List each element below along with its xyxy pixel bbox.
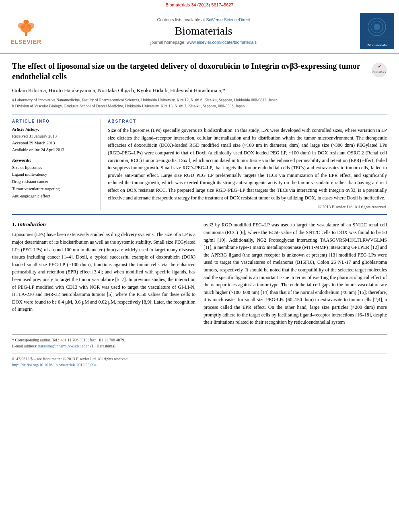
corresponding-author: * Corresponding author. Tel.: +81 11 706… [12,337,387,343]
affiliation-a: a Laboratory of Innovative Nanomedicine,… [12,97,387,103]
journal-cover-area: Biomaterials [355,9,399,53]
cover-title: Biomaterials [367,43,387,47]
journal-citation-banner: Biomaterials 34 (2013) 5617–5627 [0,0,399,9]
intro-right-col: αvβ3 by RGD modified PEG–LP was used to … [204,221,387,328]
intro-heading: 1. Introduction [12,221,195,228]
article-info-col: ARTICLE INFO Article history: Received 3… [12,119,101,210]
email-line: E-mail address: harasima@pharm.hokudai.a… [12,343,387,349]
keyword-3: Drug-resistant cancer [12,178,94,185]
citation-text: Biomaterials 34 (2013) 5617–5627 [166,2,234,7]
journal-cover-image: Biomaterials [360,13,394,49]
intro-right-text: αvβ3 by RGD modified PEG–LP was used to … [204,221,387,326]
svg-point-8 [374,24,380,30]
email-link[interactable]: harasima@pharm.hokudai.ac.jp [38,344,89,348]
online-date: Available online 24 April 2013 [12,147,94,154]
sciverse-link[interactable]: SciVerse ScienceDirect [206,17,250,22]
article-history-block: Article history: Received 31 January 201… [12,127,94,153]
article-info-label: ARTICLE INFO [12,119,94,123]
footnotes-section: * Corresponding author. Tel.: +81 11 706… [12,334,387,368]
authors-line: Golam Kibria a, Hiroto Hatakeyama a, Nor… [12,86,387,94]
keyword-2: Ligand multivalency [12,171,94,178]
introduction-two-col: 1. Introduction Liposomes (LPs) have bee… [12,221,387,328]
introduction-section: 1. Introduction Liposomes (LPs) have bee… [12,221,387,328]
journal-title-area: Contents lists available at SciVerse Sci… [52,9,355,53]
article-info-abstract-section: ARTICLE INFO Article history: Received 3… [12,115,387,215]
journal-homepage-line: journal homepage: www.elsevier.com/locat… [150,40,257,45]
keyword-4: Tumor vasculature targeting [12,185,94,193]
abstract-col: ABSTRACT Size of the liposomes (LPs) spe… [101,119,387,210]
keyword-1: Size of liposomes [12,164,94,171]
sciverse-line: Contents lists available at SciVerse Sci… [157,17,250,22]
elsevier-logo-area: ELSEVIER [0,9,52,53]
article-title-section: The effect of liposomal size on the targ… [12,61,387,82]
svg-point-4 [23,19,29,24]
accepted-date: Accepted 29 March 2013 [12,140,94,147]
bottom-bar: 0142-9612/$ – see front matter © 2013 El… [12,353,387,368]
keywords-block: Keywords: Size of liposomes Ligand multi… [12,158,94,200]
main-content: The effect of liposomal size on the targ… [0,53,399,376]
received-date: Received 31 January 2013 [12,133,94,140]
elsevier-tree-icon [14,17,38,37]
doi-line: http://dx.doi.org/10.1016/j.biomaterials… [12,362,387,368]
keywords-label: Keywords: [12,158,94,162]
abstract-text: Size of the liposomes (LPs) specially go… [108,127,387,210]
issn-line: 0142-9612/$ – see front matter © 2013 El… [12,356,387,362]
elsevier-wordmark: ELSEVIER [10,39,41,45]
svg-point-3 [27,23,34,29]
article-title: The effect of liposomal size on the targ… [12,61,368,82]
svg-text:✓: ✓ [378,64,381,69]
svg-text:CrossMark: CrossMark [372,71,386,74]
homepage-link[interactable]: www.elsevier.com/locate/biomaterials [187,40,257,45]
abstract-paragraph: Size of the liposomes (LPs) specially go… [108,127,387,201]
elsevier-logo: ELSEVIER [10,17,41,45]
intro-left-text: Liposomes (LPs) have been extensively st… [12,231,195,313]
keyword-5: Anti-angiogenic effect [12,193,94,200]
journal-title: Biomaterials [175,25,232,37]
journal-header: ELSEVIER Contents lists available at Sci… [0,9,399,53]
copyright-line: © 2013 Elsevier Ltd. All rights reserved… [108,204,387,210]
affiliations: a Laboratory of Innovative Nanomedicine,… [12,97,387,109]
affiliation-b: b Division of Vascular Biology, Graduate… [12,103,387,109]
history-label: Article history: [12,127,94,131]
intro-left-col: 1. Introduction Liposomes (LPs) have bee… [12,221,195,328]
svg-point-2 [18,23,25,29]
abstract-label: ABSTRACT [108,119,387,123]
crossmark-icon: ✓ CrossMark [372,62,387,78]
doi-link[interactable]: http://dx.doi.org/10.1016/j.biomaterials… [12,363,97,367]
